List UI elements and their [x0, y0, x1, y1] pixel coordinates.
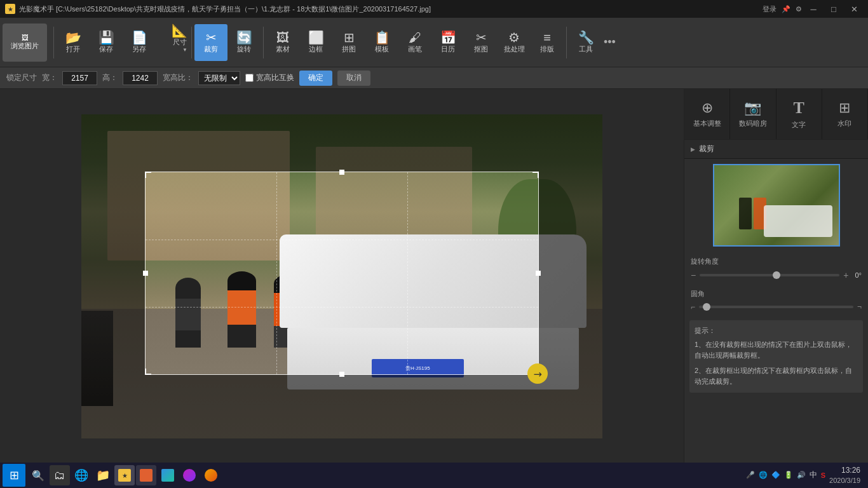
tools-button[interactable]: 🔧 工具	[569, 24, 602, 61]
text-label: 文字	[792, 120, 806, 130]
rotation-minus-button[interactable]: −	[691, 270, 696, 280]
save-label: 保存	[99, 45, 113, 53]
tips-section: 提示： 1、在没有裁剪框出现的情况下在图片上双击鼠标，自动出现两幅裁剪框。 2、…	[689, 320, 863, 393]
saveas-icon: 📄	[132, 31, 147, 44]
network-icon[interactable]: 🌐	[759, 471, 768, 479]
thumb-person-1	[739, 198, 752, 229]
darkroom-icon: 📷	[744, 100, 761, 116]
toolbar-divider-3	[263, 27, 264, 58]
more-icon: •••	[604, 36, 616, 49]
browse-label: 浏览图片	[11, 41, 39, 51]
titlebar-left: ★ 光影魔术手 [C:\Users\25182\Desktop\共克时艰战疫情，…	[5, 4, 431, 14]
settings-icon: ⚙	[796, 5, 802, 13]
open-button[interactable]: 📂 打开	[57, 24, 90, 61]
resize-button[interactable]: 📐 尺寸 ▼	[156, 24, 189, 61]
layout-button[interactable]: ≡ 排版	[531, 24, 564, 61]
crop-button[interactable]: ✂ 裁剪	[194, 24, 227, 61]
height-label: 高：	[102, 72, 118, 83]
taskbar-app-4[interactable]	[179, 465, 200, 485]
maximize-button[interactable]: □	[825, 3, 843, 15]
right-top-buttons: ⊕ 基本调整 📷 数码暗房 T 文字 ⊞ 水印	[684, 89, 868, 140]
cutout-icon: ✂	[476, 31, 487, 44]
maintain-ratio-checkbox[interactable]	[245, 74, 254, 82]
maintain-ratio-checkbox-area: 宽高比互换	[245, 72, 294, 83]
rotation-slider-thumb[interactable]	[773, 271, 780, 279]
watermark-button[interactable]: ⊞ 水印	[822, 89, 868, 139]
confirm-crop-button[interactable]: 确定	[299, 71, 332, 86]
taskbar-app-1[interactable]: ★	[114, 465, 135, 485]
search-taskbar-icon[interactable]: 🔍	[28, 465, 48, 485]
height-input[interactable]	[123, 71, 158, 85]
app-icon: ★	[5, 4, 15, 14]
width-input[interactable]	[62, 71, 97, 85]
ratio-select[interactable]: 无限制1:14:316:93:2	[198, 71, 240, 85]
cutout-label: 抠图	[474, 45, 488, 53]
toolbar-divider-1	[53, 27, 54, 58]
resize-label: 尺寸	[173, 38, 187, 46]
watermark-label: 水印	[837, 119, 851, 128]
cutout-button[interactable]: ✂ 抠图	[465, 24, 498, 61]
white-car: 贵H·JS195	[280, 234, 587, 390]
start-button[interactable]: ⊞	[3, 464, 25, 487]
tips-text-1: 1、在没有裁剪框出现的情况下在图片上双击鼠标，自动出现两幅裁剪框。	[695, 339, 858, 362]
thumbnail-area	[684, 159, 868, 252]
darkroom-label: 数码暗房	[739, 119, 767, 128]
resize-arrow: ▼	[182, 47, 187, 53]
collage-label: 拼图	[342, 45, 356, 53]
toolbar-divider-4	[566, 27, 567, 58]
login-icon[interactable]: 登录	[763, 4, 776, 14]
rotation-plus-button[interactable]: +	[843, 270, 848, 280]
photo-background: 贵H·JS195	[81, 114, 602, 438]
darkroom-button[interactable]: 📷 数码暗房	[730, 89, 776, 139]
text-button[interactable]: T 文字	[776, 89, 822, 139]
close-button[interactable]: ✕	[845, 3, 863, 15]
browse-button[interactable]: 🖼 浏览图片	[3, 24, 47, 62]
mic-icon[interactable]: 🎤	[746, 471, 755, 479]
roundcorner-slider[interactable]	[699, 306, 853, 308]
rotation-slider[interactable]	[700, 274, 839, 276]
titlebar-extra-icons: 登录 📌 ⚙	[763, 4, 802, 14]
building-1	[107, 131, 290, 261]
taskbar-app-2[interactable]	[136, 465, 156, 485]
canvas-area[interactable]: 贵H·JS195	[0, 89, 684, 464]
brush-button[interactable]: 🖌 画笔	[398, 24, 431, 61]
lang-indicator[interactable]: 中	[810, 470, 817, 480]
edge-icon[interactable]: 🌐	[71, 465, 92, 485]
collage-icon: ⊞	[344, 31, 355, 44]
basic-adjust-button[interactable]: ⊕ 基本调整	[684, 89, 730, 139]
window-title: 光影魔术手 [C:\Users\25182\Desktop\共克时艰战疫情，航天…	[19, 4, 431, 14]
border-button[interactable]: ⬜ 边框	[299, 24, 332, 61]
minimize-button[interactable]: ─	[804, 3, 822, 15]
antivirus-icon[interactable]: S	[821, 471, 825, 479]
rotation-label: 旋转角度	[691, 257, 862, 266]
volume-icon[interactable]: 🔊	[797, 471, 806, 479]
material-button[interactable]: 🖼 素材	[266, 24, 299, 61]
explorer-icon[interactable]: 📁	[93, 465, 113, 485]
battery-icon[interactable]: 🔋	[784, 471, 793, 479]
cancel-crop-button[interactable]: 取消	[337, 71, 370, 86]
collage-button[interactable]: ⊞ 拼图	[332, 24, 365, 61]
resize-icon: 📐	[172, 24, 187, 37]
right-panel: ⊕ 基本调整 📷 数码暗房 T 文字 ⊞ 水印 裁剪	[684, 89, 868, 464]
material-label: 素材	[276, 45, 290, 53]
crop-params-bar: 锁定尺寸 宽： 高： 宽高比： 无限制1:14:316:93:2 宽高比互换 确…	[0, 67, 868, 89]
taskbar-app-5[interactable]	[201, 465, 221, 485]
more-button[interactable]: •••	[604, 36, 616, 49]
brush-label: 画笔	[408, 45, 422, 53]
save-button[interactable]: 💾 保存	[90, 24, 123, 61]
bluetooth-icon[interactable]: 🔷	[771, 471, 780, 479]
taskview-icon[interactable]: 🗂	[50, 465, 70, 485]
date-display: 2020/3/19	[829, 476, 860, 485]
toolbar-divider-2	[191, 27, 192, 58]
batch-label: 批处理	[504, 45, 525, 53]
calendar-button[interactable]: 📅 日历	[431, 24, 465, 61]
taskbar-app-3[interactable]	[158, 465, 178, 485]
template-button[interactable]: 📋 模板	[365, 24, 398, 61]
open-icon: 📂	[65, 31, 81, 44]
saveas-button[interactable]: 📄 另存	[123, 24, 156, 61]
rotate-button[interactable]: 🔄 旋转	[227, 24, 261, 61]
crop-section-header: 裁剪	[684, 140, 868, 159]
open-label: 打开	[66, 45, 80, 53]
batch-button[interactable]: ⚙ 批处理	[498, 24, 531, 61]
roundcorner-slider-thumb[interactable]	[703, 303, 710, 311]
